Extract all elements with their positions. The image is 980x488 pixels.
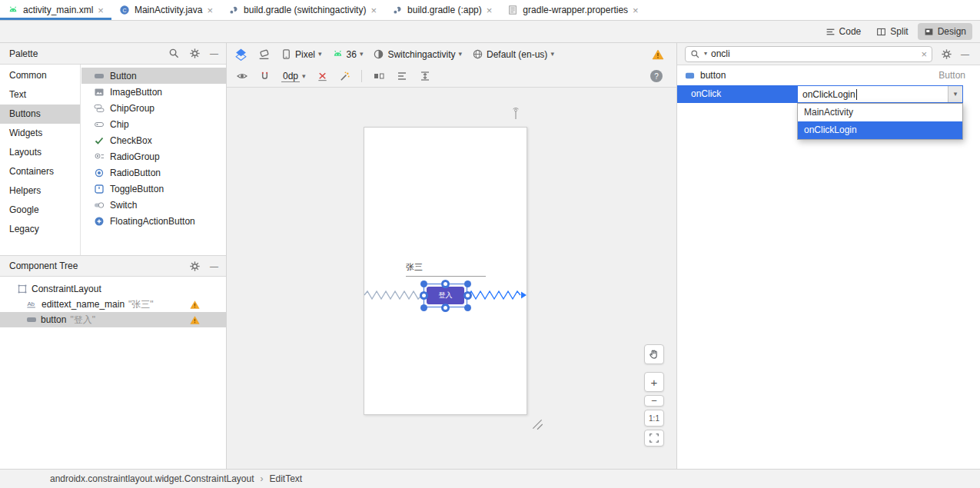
close-icon[interactable]: × [98, 5, 104, 15]
edittext-text: 张三 [406, 262, 423, 271]
dropdown-item-mainactivity[interactable]: MainActivity [798, 104, 962, 121]
palette-item-label: FloatingActionButton [110, 216, 195, 227]
selection-corner-handle[interactable] [420, 281, 427, 287]
tab-build-gradle-project[interactable]: build.gradle (switchingactivity) × [221, 0, 384, 20]
combobox-dropdown-button[interactable]: ▾ [948, 86, 962, 102]
device-screen[interactable] [364, 127, 527, 415]
search-icon[interactable] [168, 48, 180, 59]
antenna-icon [510, 106, 522, 120]
togglebutton-widget-icon [94, 184, 105, 194]
gradle-icon [228, 5, 239, 15]
selection-corner-handle[interactable] [464, 281, 471, 287]
palette-item-imagebutton[interactable]: ImageButton [81, 84, 226, 100]
tree-node-button[interactable]: button "登入" [0, 312, 226, 327]
issues-warning-icon[interactable] [652, 48, 664, 61]
attribute-name-cell[interactable]: onClick [677, 85, 797, 103]
device-selector[interactable]: Pixel ▾ [281, 48, 322, 60]
close-icon[interactable]: × [487, 5, 493, 15]
tree-node-constraintlayout[interactable]: ConstraintLayout [0, 281, 226, 297]
gear-icon[interactable] [941, 48, 952, 60]
theme-selector[interactable]: Switchingactivity ▾ [373, 48, 462, 60]
chevron-down-icon: ▾ [954, 91, 958, 98]
warning-icon [190, 300, 200, 310]
zoom-to-fit-button[interactable] [644, 430, 664, 447]
view-options-eye-icon[interactable] [236, 70, 248, 82]
close-icon[interactable]: × [633, 5, 639, 15]
button-widget-icon [94, 71, 105, 81]
distribute-icon[interactable] [419, 70, 431, 82]
minimize-icon[interactable]: — [210, 49, 218, 58]
zoom-out-button[interactable]: − [644, 395, 664, 407]
palette-category-text[interactable]: Text [0, 85, 80, 105]
button-widget[interactable]: 登入 [427, 287, 464, 304]
palette-category-widgets[interactable]: Widgets [0, 124, 80, 143]
palette-item-checkbox[interactable]: CheckBox [81, 132, 226, 148]
palette-item-togglebutton[interactable]: ToggleButton [81, 181, 226, 197]
pan-hand-button[interactable] [644, 344, 664, 364]
api-level-selector[interactable]: 36 ▾ [332, 48, 364, 60]
palette-item-radiogroup[interactable]: RadioGroup [81, 148, 226, 164]
tab-mainactivity-java[interactable]: C MainActivity.java × [111, 0, 221, 20]
close-icon[interactable]: × [207, 5, 213, 15]
palette-category-common[interactable]: Common [0, 66, 80, 85]
locale-selector[interactable]: Default (en-us) ▾ [472, 48, 554, 60]
blueprint-mode-icon[interactable] [257, 48, 271, 61]
design-canvas[interactable]: 张三 登入 + − 1:1 [227, 88, 676, 469]
palette-item-radiobutton[interactable]: RadioButton [81, 164, 226, 181]
constraint-anchor-top[interactable] [441, 280, 450, 288]
tree-node-edittext[interactable]: Ab edittext_name_main "张三" [0, 297, 226, 312]
design-view-button[interactable]: Design [918, 23, 972, 40]
chevron-down-icon: ▾ [550, 51, 554, 58]
autoconnect-magnet-icon[interactable] [259, 71, 271, 82]
tab-build-gradle-app[interactable]: build.gradle (:app) × [384, 0, 500, 20]
palette-category-google[interactable]: Google [0, 201, 80, 220]
edittext-widget[interactable]: 张三 [406, 261, 423, 273]
button-text: 登入 [439, 291, 453, 299]
close-icon[interactable]: × [370, 5, 377, 15]
palette-item-floatingactionbutton[interactable]: FloatingActionButton [81, 213, 226, 229]
breadcrumb-root[interactable]: androidx.constraintlayout.widget.Constra… [50, 473, 254, 484]
infer-constraints-wand-icon[interactable] [339, 71, 350, 82]
palette-category-helpers[interactable]: Helpers [0, 181, 80, 201]
gear-icon[interactable] [189, 261, 201, 272]
selection-corner-handle[interactable] [464, 304, 471, 311]
imagebutton-widget-icon [94, 87, 105, 98]
gear-icon[interactable] [189, 48, 201, 59]
tab-gradle-wrapper-properties[interactable]: gradle-wrapper.properties × [500, 0, 646, 20]
zoom-in-button[interactable]: + [644, 372, 664, 392]
palette-item-chip[interactable]: Chip [81, 116, 226, 132]
attributes-search-input[interactable]: ▾ oncli × [685, 46, 932, 62]
attribute-value-combobox[interactable]: onClickLogin ▾ [797, 85, 963, 103]
palette-category-legacy[interactable]: Legacy [0, 220, 80, 239]
selection-corner-handle[interactable] [420, 304, 427, 311]
code-view-button[interactable]: Code [819, 23, 868, 40]
split-view-button[interactable]: Split [870, 23, 914, 40]
zoom-ratio-button[interactable]: 1:1 [644, 410, 664, 427]
breadcrumb-leaf[interactable]: EditText [270, 473, 303, 484]
palette-item-button[interactable]: Button [81, 68, 226, 84]
dropdown-item-onclicklogin[interactable]: onClickLogin [798, 121, 962, 139]
palette-category-buttons[interactable]: Buttons [0, 105, 80, 124]
tree-node-value: "登入" [70, 314, 95, 327]
palette-category-layouts[interactable]: Layouts [0, 143, 80, 162]
help-icon[interactable]: ? [650, 70, 663, 82]
constraint-anchor-bottom[interactable] [441, 304, 450, 312]
screen-resize-handle[interactable] [530, 417, 544, 431]
clear-search-icon[interactable]: × [921, 49, 927, 59]
constraint-anchor-left[interactable] [420, 291, 428, 300]
palette-category-containers[interactable]: Containers [0, 162, 80, 181]
palette-item-chipgroup[interactable]: ChipGroup [81, 100, 226, 116]
minimize-icon[interactable]: — [961, 50, 969, 58]
button-widget-selection[interactable]: 登入 [420, 282, 471, 310]
minimize-icon[interactable]: — [210, 262, 218, 271]
android-icon [332, 48, 344, 60]
tab-activity-main-xml[interactable]: activity_main.xml × [0, 0, 111, 20]
tree-node-label: edittext_name_main [42, 299, 125, 310]
constraint-anchor-right[interactable] [463, 291, 472, 300]
align-icon[interactable] [396, 70, 408, 82]
palette-item-switch[interactable]: Switch [81, 197, 226, 213]
clear-constraints-icon[interactable] [317, 71, 328, 82]
default-margin-selector[interactable]: 0dp ▾ [281, 71, 306, 82]
pack-icon[interactable] [373, 70, 385, 82]
design-surface-mode-icon[interactable] [234, 48, 247, 61]
